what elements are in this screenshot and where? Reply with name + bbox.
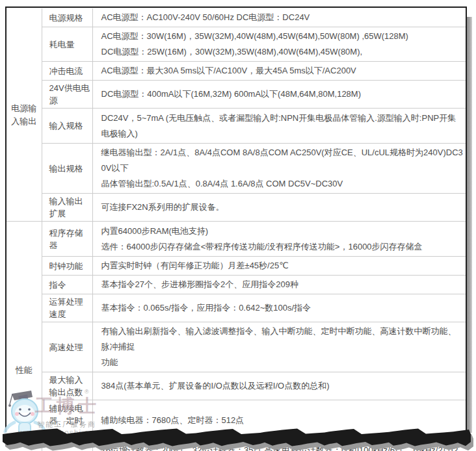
spec-value: 内置实时时钟（有闰年修正功能）月差±45秒/25℃	[92, 257, 466, 276]
section-category: 性能	[7, 222, 42, 451]
spec-value: AC电源型：最大30A 5ms以下/AC100V，最大45A 5ms以下/AC2…	[92, 62, 466, 81]
table-row: 24V供电电源 DC电源型：400mA以下(16M,32M) 600mA以下(4…	[7, 81, 466, 109]
spec-value: AC电源型：30W(16M)，35W(32M),40W(48M),45W(64M…	[92, 27, 466, 62]
spec-table: 电源输入输出 电源规格 AC电源型：AC100V-240V 50/60Hz DC…	[7, 8, 466, 451]
table-row: 输出规格 继电器输出型：2A/1点、8A/4点COM 8A/8点COM AC25…	[7, 144, 466, 194]
spec-value: DC电源型：400mA以下(16M,32M) 600mA以下(48M,64M,8…	[92, 81, 466, 109]
spec-label: 输入输出扩展	[42, 194, 92, 222]
spec-label: 耗电量	[42, 27, 92, 62]
table-row: 输入输出扩展 可连接FX2N系列用的扩展设备。	[7, 194, 466, 222]
spec-value: 基本指令：0.065s/指令，应用指令：0.642~数100s/指令	[92, 294, 466, 322]
spec-sheet-page: 电源输入输出 电源规格 AC电源型：AC100V-240V 50/60Hz DC…	[5, 6, 467, 432]
spec-value: AC电源型：AC100V-240V 50/60Hz DC电源型：DC24V	[92, 8, 466, 27]
table-row: 运算处理速度 基本指令：0.065s/指令，应用指令：0.642~数100s/指…	[7, 294, 466, 322]
spec-value: 有输入输出刷新指令、输入滤波调整指令、输入中断功能、定时中断功能、高速计数中断功…	[92, 322, 466, 372]
section-category: 电源输入输出	[7, 8, 42, 222]
spec-label: 冲击电流	[42, 62, 92, 81]
spec-value: 继电器输出型：2A/1点、8A/4点COM 8A/8点COM AC250V(对应…	[92, 144, 466, 194]
spec-label: 高速处理	[42, 322, 92, 372]
page-background: 电源输入输出 电源规格 AC电源型：AC100V-240V 50/60Hz DC…	[0, 0, 476, 451]
spec-label: 输入规格	[42, 109, 92, 144]
table-row: 输入规格 DC24V，5~7mA (无电压触点、或者漏型输入时:NPN开集电极晶…	[7, 109, 466, 144]
table-row: 冲击电流 AC电源型：最大30A 5ms以下/AC100V，最大45A 5ms以…	[7, 62, 466, 81]
spec-value: 基本指令27个、步进梯形圈指令2个、应用指令209种	[92, 276, 466, 294]
table-row: 性能 程序存储器 内置64000步RAM(电池支持) 选件：64000步闪存存储…	[7, 222, 466, 257]
table-row: 耗电量 AC电源型：30W(16M)，35W(32M),40W(48M),45W…	[7, 27, 466, 62]
spec-label: 电源规格	[42, 8, 92, 27]
spec-label: 24V供电电源	[42, 81, 92, 109]
table-row: 高速处理 有输入输出刷新指令、输入滤波调整指令、输入中断功能、定时中断功能、高速…	[7, 322, 466, 372]
table-row: 指令 基本指令27个、步进梯形圈指令2个、应用指令209种	[7, 276, 466, 294]
table-row: 时钟功能 内置实时时钟（有闰年修正功能）月差±45秒/25℃	[7, 257, 466, 276]
spec-label: 最大输入输出点数	[42, 372, 92, 400]
spec-label: 程序存储器	[42, 222, 92, 257]
page-drop-shadow	[467, 17, 472, 433]
spec-value: 384点(基本单元、扩展设备的I/O点数以及远程I/O点数的总和)	[92, 372, 466, 400]
spec-value: DC24V，5~7mA (无电压触点、或者漏型输入时:NPN开集电极晶体管输入.…	[92, 109, 466, 144]
spec-label: 时钟功能	[42, 257, 92, 276]
table-row: 最大输入输出点数 384点(基本单元、扩展设备的I/O点数以及远程I/O点数的总…	[7, 372, 466, 400]
spec-label: 指令	[42, 276, 92, 294]
table-row: 电源输入输出 电源规格 AC电源型：AC100V-240V 50/60Hz DC…	[7, 8, 466, 27]
spec-label: 输出规格	[42, 144, 92, 194]
spec-value: 内置64000步RAM(电池支持) 选件：64000步闪存存储盒<带程序传送功能…	[92, 222, 466, 257]
spec-value: 可连接FX2N系列用的扩展设备。	[92, 194, 466, 222]
torn-edge-decoration	[3, 426, 475, 451]
spec-label: 运算处理速度	[42, 294, 92, 322]
